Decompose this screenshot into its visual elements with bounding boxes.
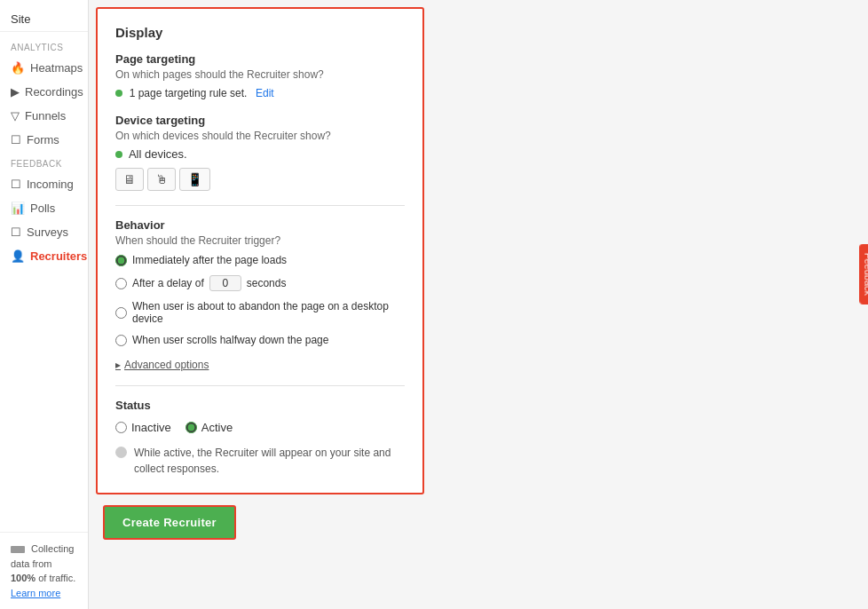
sidebar-item-recordings[interactable]: ▶ Recordings bbox=[0, 80, 88, 104]
device-targeting-desc: On which devices should the Recruiter sh… bbox=[115, 130, 405, 142]
status-note-icon bbox=[115, 447, 127, 458]
behavior-scroll-radio[interactable] bbox=[115, 335, 127, 346]
funnels-icon: ▽ bbox=[11, 109, 20, 123]
all-devices-label: All devices. bbox=[129, 147, 187, 161]
display-section-title: Display bbox=[115, 25, 405, 40]
forms-icon: ☐ bbox=[11, 133, 21, 146]
page-targeting-label: Page targeting bbox=[115, 52, 405, 66]
behavior-delay[interactable]: After a delay of seconds bbox=[115, 275, 405, 291]
traffic-percent: 100% bbox=[11, 573, 36, 583]
sidebar-item-label: Incoming bbox=[27, 178, 74, 191]
status-label: Status bbox=[115, 399, 405, 412]
sidebar-item-funnels[interactable]: ▽ Funnels bbox=[0, 104, 88, 128]
sidebar-item-label: Surveys bbox=[27, 225, 68, 239]
sidebar-item-heatmaps[interactable]: 🔥 Heatmaps bbox=[0, 56, 88, 80]
sidebar-traffic: Collecting data from 100% of traffic. Le… bbox=[0, 532, 88, 609]
feedback-section-label: FEEDBACK bbox=[0, 152, 88, 172]
status-divider bbox=[115, 385, 405, 386]
recordings-icon: ▶ bbox=[11, 85, 20, 99]
page-targeting-section: Page targeting On which pages should the… bbox=[115, 52, 405, 99]
device-icons-row: 🖥 🖱 📱 bbox=[115, 168, 405, 191]
sidebar: Site ANALYTICS 🔥 Heatmaps ▶ Recordings ▽… bbox=[0, 0, 89, 609]
edit-link[interactable]: Edit bbox=[256, 87, 274, 99]
behavior-abandon-radio[interactable] bbox=[115, 307, 127, 319]
main-content: Display Page targeting On which pages sh… bbox=[89, 0, 868, 609]
card-wrapper: Display Page targeting On which pages sh… bbox=[89, 0, 868, 554]
status-active-radio[interactable] bbox=[185, 422, 197, 433]
polls-icon: 📊 bbox=[11, 202, 25, 215]
green-dot-icon bbox=[115, 90, 122, 97]
status-note-row: While active, the Recruiter will appear … bbox=[115, 445, 405, 477]
sidebar-site[interactable]: Site bbox=[0, 7, 88, 32]
behavior-delay-radio[interactable] bbox=[115, 278, 127, 289]
status-active-label: Active bbox=[201, 421, 233, 434]
behavior-abandon-label: When user is about to abandon the page o… bbox=[132, 300, 405, 325]
status-inactive[interactable]: Inactive bbox=[115, 421, 171, 434]
behavior-scroll-label: When user scrolls halfway down the page bbox=[132, 334, 328, 346]
create-btn-wrapper: Create Recruiter bbox=[96, 505, 854, 540]
sidebar-item-label: Polls bbox=[30, 202, 55, 215]
feedback-tab[interactable]: Feedback bbox=[859, 244, 868, 304]
sidebar-item-label: Recordings bbox=[25, 85, 83, 99]
heatmaps-icon: 🔥 bbox=[11, 61, 25, 75]
status-note-text: While active, the Recruiter will appear … bbox=[134, 445, 405, 477]
behavior-label: Behavior bbox=[115, 218, 405, 232]
sidebar-item-polls[interactable]: 📊 Polls bbox=[0, 196, 88, 220]
behavior-immediately-label: Immediately after the page loads bbox=[132, 254, 287, 266]
behavior-immediately-radio[interactable] bbox=[115, 255, 127, 266]
behavior-abandon[interactable]: When user is about to abandon the page o… bbox=[115, 300, 405, 325]
traffic-suffix: of traffic. bbox=[38, 573, 75, 583]
recruiters-icon: 👤 bbox=[11, 249, 25, 263]
advanced-options-label: Advanced options bbox=[124, 359, 209, 371]
surveys-icon: ☐ bbox=[11, 225, 21, 239]
sidebar-item-surveys[interactable]: ☐ Surveys bbox=[0, 220, 88, 244]
sidebar-item-label: Funnels bbox=[25, 109, 66, 123]
green-dot-devices-icon bbox=[115, 151, 122, 158]
sidebar-item-incoming[interactable]: ☐ Incoming bbox=[0, 172, 88, 196]
analytics-section-label: ANALYTICS bbox=[0, 36, 88, 56]
delay-input[interactable] bbox=[209, 275, 241, 291]
status-inactive-label: Inactive bbox=[131, 421, 171, 434]
sidebar-item-recruiters[interactable]: 👤 Recruiters bbox=[0, 244, 88, 268]
page-targeting-desc: On which pages should the Recruiter show… bbox=[115, 68, 405, 81]
rule-text: 1 page targeting rule set. bbox=[130, 87, 248, 99]
display-card: Display Page targeting On which pages sh… bbox=[96, 7, 424, 494]
divider bbox=[115, 205, 405, 206]
mobile-icon[interactable]: 📱 bbox=[179, 168, 210, 191]
device-targeting-label: Device targeting bbox=[115, 114, 405, 127]
sidebar-item-label: Heatmaps bbox=[30, 61, 83, 75]
behavior-delay-prefix: After a delay of bbox=[132, 277, 204, 289]
behavior-scroll[interactable]: When user scrolls halfway down the page bbox=[115, 334, 405, 346]
advanced-options-arrow-icon: ▸ bbox=[115, 359, 121, 371]
incoming-icon: ☐ bbox=[11, 178, 21, 191]
behavior-delay-suffix: seconds bbox=[247, 277, 287, 289]
traffic-learn-link[interactable]: Learn more bbox=[11, 588, 60, 598]
desktop-icon[interactable]: 🖥 bbox=[115, 168, 144, 191]
status-section: Status Inactive Active While active, the… bbox=[115, 399, 405, 477]
behavior-section: Behavior When should the Recruiter trigg… bbox=[115, 218, 405, 371]
status-active[interactable]: Active bbox=[185, 421, 233, 434]
device-targeting-section: Device targeting On which devices should… bbox=[115, 114, 405, 191]
behavior-radio-group: Immediately after the page loads After a… bbox=[115, 254, 405, 346]
all-devices-text: All devices. bbox=[115, 147, 405, 161]
page-targeting-rule: 1 page targeting rule set. Edit bbox=[115, 86, 405, 99]
advanced-options-link[interactable]: ▸ Advanced options bbox=[115, 359, 405, 371]
behavior-desc: When should the Recruiter trigger? bbox=[115, 234, 405, 247]
behavior-immediately[interactable]: Immediately after the page loads bbox=[115, 254, 405, 266]
traffic-icon bbox=[11, 546, 25, 553]
status-radio-row: Inactive Active bbox=[115, 421, 405, 434]
sidebar-item-label: Forms bbox=[27, 133, 59, 146]
status-inactive-radio[interactable] bbox=[115, 422, 127, 433]
sidebar-item-label: Recruiters bbox=[30, 249, 87, 263]
create-recruiter-button[interactable]: Create Recruiter bbox=[103, 505, 236, 540]
sidebar-item-forms[interactable]: ☐ Forms bbox=[0, 128, 88, 152]
tablet-icon[interactable]: 🖱 bbox=[147, 168, 176, 191]
